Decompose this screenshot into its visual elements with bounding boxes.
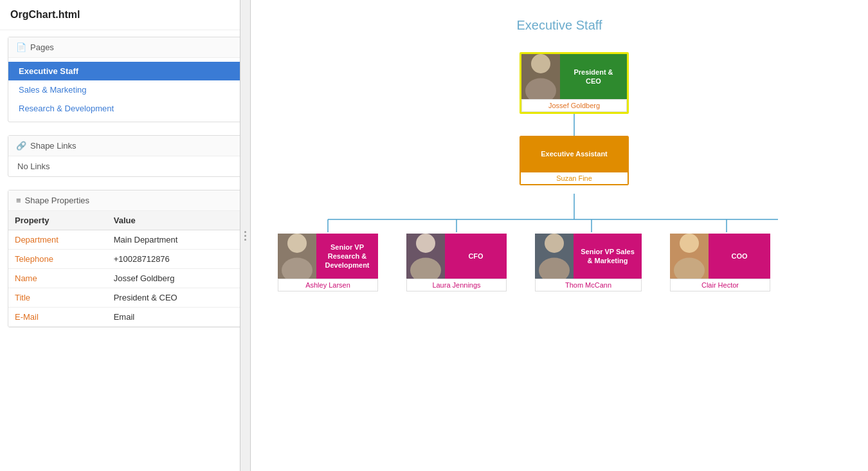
cfo-node[interactable]: CFO Laura Jennings [405, 232, 508, 293]
coo-node[interactable]: COO Clair Hector [669, 232, 772, 293]
property-row: Telephone+10028712876 [8, 250, 242, 269]
svg-point-16 [674, 257, 705, 279]
no-links-text: No Links [8, 156, 242, 176]
property-value: President & CEO [107, 288, 242, 308]
vp-sm-node[interactable]: Senior VP Sales & Marketing Thom McCann [534, 232, 643, 293]
vp-sm-card: Senior VP Sales & Marketing Thom McCann [534, 232, 643, 293]
coo-name: Clair Hector [670, 279, 770, 291]
sidebar: OrgChart.html 📄 Pages Executive Staff Sa… [0, 0, 251, 471]
property-value: Jossef Goldberg [107, 269, 242, 288]
properties-table: Property Value DepartmentMain Department… [8, 211, 242, 327]
vp-sm-photo [535, 234, 574, 279]
vp-rd-title: Senior VP Research & Development [321, 243, 373, 270]
property-value: Main Department [107, 230, 242, 250]
cfo-photo [406, 234, 445, 279]
property-key: Department [8, 230, 107, 250]
svg-point-7 [531, 54, 550, 73]
shape-links-header: 🔗 Shape Links [8, 136, 242, 156]
org-chart-area: President & CEO Jossef Goldberg Executiv… [270, 46, 849, 367]
property-key: Name [8, 269, 107, 288]
ceo-name: Jossef Goldberg [521, 99, 627, 112]
vp-sm-name: Thom McCann [535, 279, 642, 291]
property-row: NameJossef Goldberg [8, 269, 242, 288]
cfo-name: Laura Jennings [406, 279, 507, 291]
shape-props-label: Shape Properties [25, 196, 89, 205]
ceo-card: President & CEO Jossef Goldberg [520, 52, 629, 114]
svg-point-12 [410, 257, 441, 279]
property-row: TitlePresident & CEO [8, 288, 242, 308]
svg-point-11 [416, 234, 435, 253]
sidebar-drag-handle[interactable] [240, 0, 250, 471]
page-item-research-development[interactable]: Research & Development [8, 99, 242, 118]
shape-props-header: ≡ Shape Properties [8, 190, 242, 211]
vp-rd-name: Ashley Larsen [278, 279, 378, 291]
shape-links-section: 🔗 Shape Links No Links [8, 135, 242, 177]
main-canvas: Executive Staff [251, 0, 868, 471]
property-row: DepartmentMain Department [8, 230, 242, 250]
ea-title: Executive Assistant [541, 149, 608, 158]
page-item-executive-staff[interactable]: Executive Staff [8, 62, 242, 80]
ea-node[interactable]: Executive Assistant Suzan Fine [520, 136, 629, 185]
ceo-node[interactable]: President & CEO Jossef Goldberg [520, 52, 629, 114]
pages-header: 📄 Pages [8, 37, 242, 58]
property-key: E-Mail [8, 308, 107, 327]
property-value: Email [107, 308, 242, 327]
cfo-title: CFO [468, 252, 483, 261]
property-value: +10028712876 [107, 250, 242, 269]
app-title: OrgChart.html [0, 0, 250, 30]
vp-rd-card: Senior VP Research & Development Ashley … [276, 232, 379, 293]
ceo-photo [521, 54, 560, 99]
svg-point-10 [282, 257, 312, 279]
col-property-header: Property [8, 211, 107, 230]
pages-section: 📄 Pages Executive Staff Sales & Marketin… [8, 37, 242, 122]
property-key: Title [8, 288, 107, 308]
coo-card: COO Clair Hector [669, 232, 772, 293]
ea-name: Suzan Fine [520, 172, 628, 185]
pages-icon: 📄 [16, 42, 26, 52]
vp-sm-title: Senior VP Sales & Marketing [579, 247, 637, 266]
coo-title: COO [731, 252, 747, 261]
property-row: E-MailEmail [8, 308, 242, 327]
vp-rd-node[interactable]: Senior VP Research & Development Ashley … [276, 232, 379, 293]
svg-point-14 [539, 257, 570, 279]
pages-list: Executive Staff Sales & Marketing Resear… [8, 58, 242, 122]
shape-links-label: Shape Links [30, 141, 77, 151]
page-item-sales-marketing[interactable]: Sales & Marketing [8, 80, 242, 99]
svg-point-8 [525, 78, 556, 99]
svg-point-13 [545, 234, 564, 253]
svg-point-15 [680, 234, 699, 253]
shape-links-icon: 🔗 [16, 141, 26, 151]
col-value-header: Value [107, 211, 242, 230]
pages-label: Pages [30, 42, 54, 52]
ea-card: Executive Assistant Suzan Fine [520, 136, 629, 185]
shape-props-icon: ≡ [16, 196, 21, 205]
ceo-title: President & CEO [565, 68, 622, 86]
cfo-card: CFO Laura Jennings [405, 232, 508, 293]
canvas-title: Executive Staff [251, 18, 868, 33]
coo-photo [670, 234, 709, 279]
vp-rd-photo [278, 234, 316, 279]
svg-point-9 [287, 234, 307, 253]
property-key: Telephone [8, 250, 107, 269]
shape-properties-section: ≡ Shape Properties Property Value Depart… [8, 190, 242, 328]
